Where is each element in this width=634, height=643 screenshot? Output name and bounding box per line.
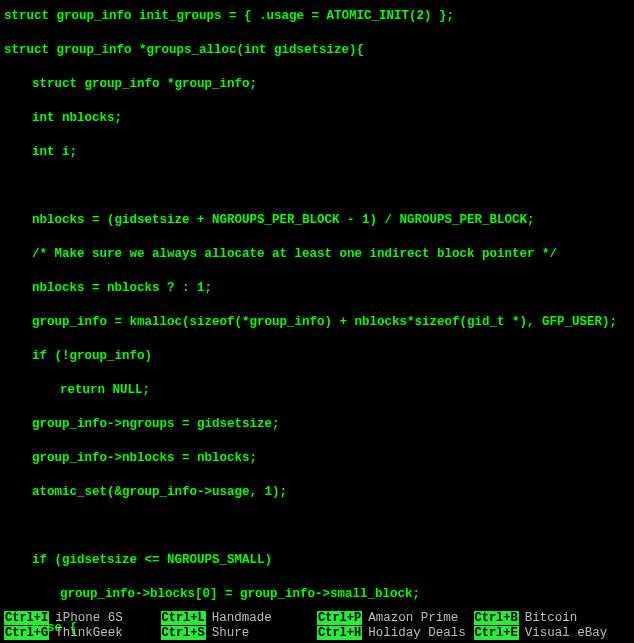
shortcut-label: iPhone 6S (55, 611, 123, 625)
code-line (4, 178, 630, 195)
code-line (4, 569, 630, 586)
shortcut-label: Shure (212, 626, 250, 640)
code-line (4, 433, 630, 450)
shortcut-amazon-prime[interactable]: Ctrl+P Amazon Prime (317, 611, 474, 625)
code-block: struct group_info init_groups = { .usage… (0, 0, 634, 643)
code-line: atomic_set(&group_info->usage, 1); (4, 484, 630, 501)
shortcut-key: Ctrl+B (474, 611, 519, 625)
code-line: int nblocks; (4, 110, 630, 127)
shortcut-label: Handmade (212, 611, 272, 625)
code-line (4, 195, 630, 212)
code-line: int i; (4, 144, 630, 161)
code-line: struct group_info *groups_alloc(int gids… (4, 42, 630, 59)
shortcut-iphone[interactable]: Ctrl+I iPhone 6S (4, 611, 161, 625)
shortcut-key: Ctrl+E (474, 626, 519, 640)
code-line: struct group_info *group_info; (4, 76, 630, 93)
code-line (4, 365, 630, 382)
code-line (4, 263, 630, 280)
code-line (4, 59, 630, 76)
shortcut-label: Amazon Prime (368, 611, 458, 625)
code-line (4, 501, 630, 518)
shortcut-thinkgeek[interactable]: Ctrl+G ThinkGeek (4, 626, 161, 640)
footer-row: Ctrl+G ThinkGeek Ctrl+S Shure Ctrl+H Hol… (4, 626, 630, 640)
shortcut-label: Holiday Deals (368, 626, 466, 640)
footer-row: Ctrl+I iPhone 6S Ctrl+L Handmade Ctrl+P … (4, 611, 630, 625)
shortcut-visual-ebay[interactable]: Ctrl+E Visual eBay (474, 626, 631, 640)
code-line: group_info->blocks[0] = group_info->smal… (4, 586, 630, 603)
code-line (4, 93, 630, 110)
code-line: if (gidsetsize <= NGROUPS_SMALL) (4, 552, 630, 569)
code-line (4, 297, 630, 314)
code-line: return NULL; (4, 382, 630, 399)
shortcut-label: Visual eBay (525, 626, 608, 640)
code-line (4, 518, 630, 535)
code-line: /* Make sure we always allocate at least… (4, 246, 630, 263)
code-line (4, 25, 630, 42)
code-line (4, 229, 630, 246)
code-line: if (!group_info) (4, 348, 630, 365)
code-line (4, 127, 630, 144)
code-line: struct group_info init_groups = { .usage… (4, 8, 630, 25)
code-line: nblocks = nblocks ? : 1; (4, 280, 630, 297)
shortcut-holiday-deals[interactable]: Ctrl+H Holiday Deals (317, 626, 474, 640)
code-line: nblocks = (gidsetsize + NGROUPS_PER_BLOC… (4, 212, 630, 229)
shortcut-key: Ctrl+I (4, 611, 49, 625)
code-line: group_info->nblocks = nblocks; (4, 450, 630, 467)
code-line (4, 467, 630, 484)
code-line: group_info->ngroups = gidsetsize; (4, 416, 630, 433)
shortcut-key: Ctrl+G (4, 626, 49, 640)
shortcut-key: Ctrl+L (161, 611, 206, 625)
shortcut-key: Ctrl+S (161, 626, 206, 640)
shortcut-label: Bitcoin (525, 611, 578, 625)
code-line (4, 535, 630, 552)
code-line (4, 331, 630, 348)
code-line (4, 161, 630, 178)
code-line (4, 399, 630, 416)
shortcut-key: Ctrl+P (317, 611, 362, 625)
shortcut-shure[interactable]: Ctrl+S Shure (161, 626, 318, 640)
shortcut-handmade[interactable]: Ctrl+L Handmade (161, 611, 318, 625)
code-line: group_info = kmalloc(sizeof(*group_info)… (4, 314, 630, 331)
shortcut-label: ThinkGeek (55, 626, 123, 640)
shortcut-key: Ctrl+H (317, 626, 362, 640)
footer-shortcuts: Ctrl+I iPhone 6S Ctrl+L Handmade Ctrl+P … (0, 611, 634, 643)
shortcut-bitcoin[interactable]: Ctrl+B Bitcoin (474, 611, 631, 625)
